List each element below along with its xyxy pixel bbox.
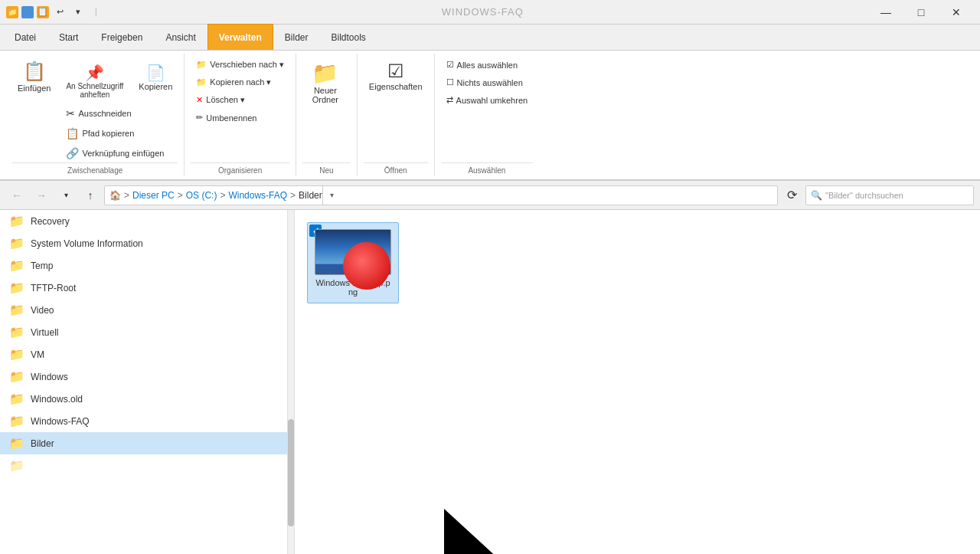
folder-icon-system-volume: 📁	[9, 236, 24, 251]
tab-bilder[interactable]: Bilder	[273, 24, 320, 50]
sidebar: 📁 Recovery 📁 System Volume Information 📁…	[0, 210, 295, 554]
copy-icon: 📄	[146, 64, 165, 82]
maximize-button[interactable]: □	[903, 0, 939, 25]
file-item-windows-desktop[interactable]: Windows Desktop.png	[307, 222, 399, 303]
tab-verwalten[interactable]: Verwalten	[207, 24, 273, 50]
ribbon-tabs: Datei Start Freigeben Ansicht Verwalten …	[0, 25, 980, 51]
minimize-button[interactable]: —	[868, 0, 903, 25]
refresh-button[interactable]: ⟳	[781, 185, 802, 206]
forward-button[interactable]: →	[31, 185, 52, 206]
clip-small-list: ✂ Ausschneiden 📋 Pfad kopieren 🔗 Verknüp…	[60, 104, 178, 162]
back-button[interactable]: ←	[6, 185, 28, 206]
folder-icon-partial: 📁	[9, 458, 24, 473]
pin-label: An Schnellzugriffanheften	[66, 82, 123, 99]
cut-button[interactable]: ✂ Ausschneiden	[60, 104, 178, 123]
properties-icon: ☑	[387, 61, 404, 82]
rename-label: Umbenennen	[206, 113, 256, 123]
oeff-content: ☑ Eigenschaften	[364, 54, 428, 162]
app-icon-folder: 📁	[6, 6, 18, 18]
main-area: 📁 Recovery 📁 System Volume Information 📁…	[0, 210, 980, 554]
sidebar-item-tftp-root[interactable]: 📁 TFTP-Root	[0, 277, 294, 299]
sidebar-item-temp[interactable]: 📁 Temp	[0, 254, 294, 277]
sidebar-item-vm[interactable]: 📁 VM	[0, 343, 294, 366]
sidebar-item-virtuell[interactable]: 📁 Virtuell	[0, 321, 294, 343]
recent-locations-button[interactable]: ▾	[55, 185, 77, 206]
breadcrumb-home-icon: 🏠	[109, 190, 121, 201]
select-none-label: Nichts auswählen	[457, 78, 523, 87]
folder-icon-recovery: 📁	[9, 214, 24, 228]
copy-label: Kopieren	[139, 82, 172, 91]
move-to-button[interactable]: 📁 Verschieben nach ▾	[191, 57, 289, 73]
ausw-content: ☑ Alles auswählen ☐ Nichts auswählen ⇄ A…	[441, 54, 534, 162]
breadcrumb-sep-0: >	[124, 190, 129, 201]
breadcrumb-dropdown[interactable]: ▾	[322, 185, 341, 205]
bc-sep-2: >	[220, 190, 225, 201]
undo-button[interactable]: ↩	[52, 5, 67, 20]
move-to-label: Verschieben nach ▾	[210, 60, 284, 70]
sidebar-item-recovery[interactable]: 📁 Recovery	[0, 210, 294, 232]
tab-datei[interactable]: Datei	[3, 24, 47, 50]
sidebar-item-windows-faq[interactable]: 📁 Windows-FAQ	[0, 410, 294, 432]
breadcrumb-windows-faq[interactable]: Windows-FAQ	[228, 190, 287, 201]
svg-marker-0	[444, 509, 536, 554]
file-area: Windows Desktop.png	[295, 210, 980, 554]
folder-icon-tftp: 📁	[9, 280, 24, 295]
sidebar-item-windows-old[interactable]: 📁 Windows.old	[0, 388, 294, 410]
title-bar: 📁 📋 ↩ ▾ | WINDOWS-FAQ — □ ✕	[0, 0, 980, 25]
sidebar-item-video[interactable]: 📁 Video	[0, 299, 294, 321]
cursor-svg	[436, 501, 590, 554]
move-icon: 📁	[196, 60, 207, 70]
group-organisieren: 📁 Verschieben nach ▾ 📁 Kopieren nach ▾ ✕…	[185, 54, 296, 176]
sidebar-item-system-volume[interactable]: 📁 System Volume Information	[0, 232, 294, 254]
invert-icon: ⇄	[446, 95, 453, 105]
search-bar[interactable]: 🔍 "Bilder" durchsuchen	[805, 185, 974, 205]
sidebar-item-label-windows-old: Windows.old	[31, 394, 83, 405]
invert-selection-button[interactable]: ⇄ Auswahl umkehren	[441, 92, 534, 108]
group-zwischenablage: 📋 Einfügen 📌 An Schnellzugriffanheften 📄	[6, 54, 185, 176]
new-folder-button[interactable]: 📁 NeuerOrdner	[302, 57, 348, 108]
breadcrumb-os-c[interactable]: OS (C:)	[186, 190, 217, 201]
tab-start[interactable]: Start	[47, 24, 90, 50]
zwischenablage-label: Zwischenablage	[12, 162, 178, 176]
shortcut-label: Verknüpfung einfügen	[82, 149, 164, 158]
org-content: 📁 Verschieben nach ▾ 📁 Kopieren nach ▾ ✕…	[191, 54, 289, 162]
delete-icon: ✕	[196, 95, 203, 105]
scrollbar-track	[287, 210, 294, 554]
tab-bildtools[interactable]: Bildtools	[319, 24, 377, 50]
qat-dropdown[interactable]: ▾	[70, 5, 86, 20]
rename-icon: ✏	[196, 113, 203, 123]
copy-button[interactable]: 📄 Kopieren	[133, 60, 178, 95]
select-none-button[interactable]: ☐ Nichts auswählen	[441, 74, 528, 90]
sidebar-item-label-tftp: TFTP-Root	[31, 283, 76, 293]
tab-freigeben[interactable]: Freigeben	[90, 24, 154, 50]
rename-button[interactable]: ✏ Umbenennen	[191, 110, 262, 126]
breadcrumb-dieser-pc[interactable]: Dieser PC	[132, 190, 175, 201]
scrollbar-thumb[interactable]	[288, 419, 294, 526]
up-button[interactable]: ↑	[80, 185, 101, 206]
delete-label: Löschen ▾	[206, 95, 245, 105]
sidebar-item-windows[interactable]: 📁 Windows	[0, 366, 294, 388]
file-name-label: Windows Desktop.png	[314, 278, 392, 297]
breadcrumb-bilder: Bilder	[299, 190, 322, 201]
cursor-graphic	[436, 501, 590, 554]
sidebar-item-partial[interactable]: 📁	[0, 454, 294, 477]
shortcut-icon: 🔗	[66, 147, 79, 159]
close-button[interactable]: ✕	[939, 0, 974, 25]
copy-to-button[interactable]: 📁 Kopieren nach ▾	[191, 74, 276, 90]
delete-button[interactable]: ✕ Löschen ▾	[191, 92, 250, 108]
select-all-button[interactable]: ☑ Alles auswählen	[441, 57, 524, 73]
scissors-icon: ✂	[66, 107, 75, 120]
copy-path-button[interactable]: 📋 Pfad kopieren	[60, 124, 178, 143]
sidebar-item-label-bilder: Bilder	[31, 438, 54, 449]
window-title: WINDOWS-FAQ	[442, 6, 524, 18]
paste-button[interactable]: 📋 Einfügen	[12, 57, 56, 97]
tab-ansicht[interactable]: Ansicht	[154, 24, 207, 50]
shortcut-button[interactable]: 🔗 Verknüpfung einfügen	[60, 144, 178, 162]
pin-button[interactable]: 📌 An Schnellzugriffanheften	[60, 60, 129, 103]
sidebar-item-bilder[interactable]: 📁 Bilder	[0, 432, 294, 454]
sidebar-item-label-windows-faq: Windows-FAQ	[31, 416, 90, 427]
folder-icon-windows: 📁	[9, 369, 24, 384]
folder-icon-windows-old: 📁	[9, 392, 24, 406]
properties-button[interactable]: ☑ Eigenschaften	[364, 57, 428, 95]
folder-icon-windows-faq: 📁	[9, 414, 24, 428]
